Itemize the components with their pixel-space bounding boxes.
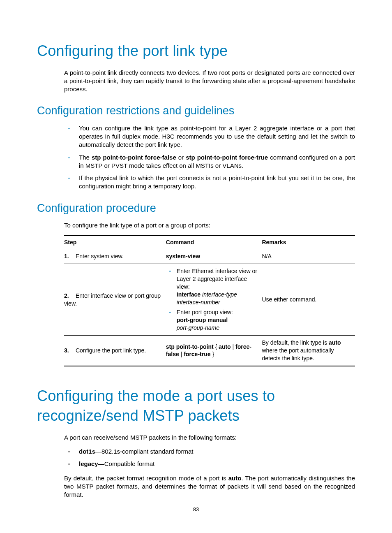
- table-row: 1.Enter system view. system-view N/A: [64, 249, 355, 264]
- keyword: auto: [228, 475, 242, 482]
- step-number: 1.: [64, 253, 76, 260]
- command-keyword: auto: [219, 343, 231, 350]
- text: By default, the packet format recognitio…: [64, 475, 228, 482]
- command-option: Enter port group view: port-group manual…: [166, 308, 259, 332]
- format-name: dot1s: [79, 448, 95, 455]
- step-desc: Enter interface view or port group view.: [64, 292, 161, 307]
- step-desc: Configure the port link type.: [76, 347, 146, 354]
- page: Configuring the port link type A point-t…: [0, 0, 392, 533]
- step-desc: Enter system view.: [76, 253, 124, 260]
- remarks-cell: By default, the link type is auto where …: [262, 336, 355, 366]
- heading-restrictions-guidelines: Configuration restrictions and guideline…: [37, 103, 355, 118]
- format-desc: —Compatible format: [98, 460, 155, 467]
- command-cell: Enter Ethernet interface view or Layer 2…: [166, 264, 262, 336]
- section-intro: A point-to-point link directly connects …: [64, 69, 355, 94]
- text: or: [176, 154, 186, 161]
- command-option: Enter Ethernet interface view or Layer 2…: [166, 267, 259, 306]
- col-step: Step: [64, 236, 166, 249]
- col-remarks: Remarks: [262, 236, 355, 249]
- text: where the port automatically detects the…: [262, 347, 334, 362]
- command-name: stp point-to-point force-false: [92, 154, 176, 161]
- step-cell: 1.Enter system view.: [64, 249, 166, 264]
- remarks-cell: N/A: [262, 249, 355, 264]
- list-item: legacy—Compatible format: [64, 460, 355, 468]
- mstp-format-list: dot1s—802.1s-compliant standard format l…: [64, 447, 355, 468]
- keyword: auto: [329, 339, 341, 346]
- step-number: 2.: [64, 292, 76, 300]
- text: Enter port group view:: [177, 309, 233, 315]
- mstp-intro: A port can receive/send MSTP packets in …: [64, 433, 355, 442]
- command-keyword: stp point-to-point: [166, 343, 214, 350]
- command-text: system-view: [166, 253, 200, 260]
- guidelines-list: You can configure the link type as point…: [64, 124, 355, 191]
- command-arg: port-group-name: [177, 324, 219, 331]
- step-number: 3.: [64, 347, 76, 355]
- guideline-item: You can configure the link type as point…: [64, 124, 355, 149]
- command-option-list: Enter Ethernet interface view or Layer 2…: [166, 267, 259, 332]
- format-name: legacy: [79, 460, 98, 467]
- mstp-paragraph: By default, the packet format recognitio…: [64, 474, 355, 499]
- remarks-cell: Use either command.: [262, 264, 355, 336]
- text: The: [79, 154, 92, 161]
- command-cell: stp point-to-point { auto | force-false …: [166, 336, 262, 366]
- step-cell: 2.Enter interface view or port group vie…: [64, 264, 166, 336]
- format-desc: —802.1s-compliant standard format: [95, 448, 193, 455]
- step-cell: 3.Configure the port link type.: [64, 336, 166, 366]
- guideline-item: If the physical link to which the port c…: [64, 174, 355, 191]
- table-row: 2.Enter interface view or port group vie…: [64, 264, 355, 336]
- command-name: stp point-to-point force-true: [186, 154, 268, 161]
- table-header-row: Step Command Remarks: [64, 236, 355, 249]
- command-cell: system-view: [166, 249, 262, 264]
- command-keyword: interface: [177, 291, 201, 298]
- section-mstp: A port can receive/send MSTP packets in …: [64, 433, 355, 499]
- command-keyword: port-group manual: [177, 317, 228, 323]
- text: By default, the link type is: [262, 339, 329, 346]
- text: Enter Ethernet interface view or Layer 2…: [177, 268, 257, 290]
- section-guidelines: You can configure the link type as point…: [64, 124, 355, 191]
- table-row: 3.Configure the port link type. stp poin…: [64, 336, 355, 366]
- procedure-intro: To configure the link type of a port or …: [64, 221, 355, 229]
- procedure-table: Step Command Remarks 1.Enter system view…: [64, 235, 355, 366]
- command-keyword: force-true: [184, 351, 210, 357]
- list-item: dot1s—802.1s-compliant standard format: [64, 447, 355, 456]
- col-command: Command: [166, 236, 262, 249]
- heading-configuring-mstp-mode: Configuring the mode a port uses to reco…: [37, 386, 355, 426]
- heading-configuration-procedure: Configuration procedure: [37, 201, 355, 216]
- guideline-item: The stp point-to-point force-false or st…: [64, 153, 355, 170]
- heading-configuring-port-link-type: Configuring the port link type: [37, 41, 355, 61]
- intro-paragraph: A point-to-point link directly connects …: [64, 69, 355, 94]
- section-procedure: To configure the link type of a port or …: [64, 221, 355, 366]
- page-number: 83: [0, 506, 392, 513]
